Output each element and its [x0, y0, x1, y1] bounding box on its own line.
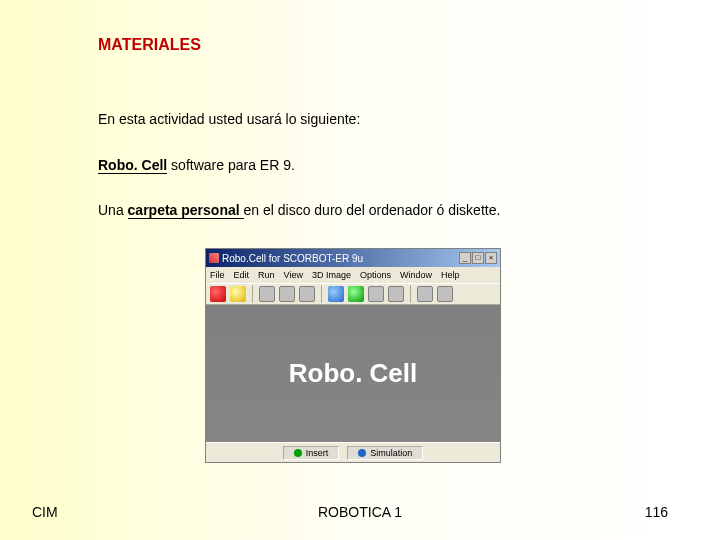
status-simulation: Simulation	[347, 446, 423, 460]
stop-icon[interactable]	[210, 286, 226, 302]
tool-button-5[interactable]	[348, 286, 364, 302]
footer-left: CIM	[32, 504, 58, 520]
footer-center: ROBOTICA 1	[318, 504, 402, 520]
menu-options[interactable]: Options	[360, 270, 391, 280]
status-insert-label: Insert	[306, 448, 329, 458]
close-button[interactable]: ×	[485, 252, 497, 264]
menu-edit[interactable]: Edit	[234, 270, 250, 280]
menu-view[interactable]: View	[284, 270, 303, 280]
window-controls: _ □ ×	[459, 252, 497, 264]
blue-dot-icon	[358, 449, 366, 457]
titlebar: Robo.Cell for SCORBOT-ER 9u _ □ ×	[206, 249, 500, 267]
status-sim-label: Simulation	[370, 448, 412, 458]
pause-icon[interactable]	[230, 286, 246, 302]
robocell-desc: software para ER 9.	[167, 157, 295, 173]
materials-line-2: Una carpeta personal en el disco duro de…	[98, 202, 500, 218]
tool-button-9[interactable]	[437, 286, 453, 302]
slide-footer: CIM ROBOTICA 1 116	[0, 504, 720, 520]
menu-run[interactable]: Run	[258, 270, 275, 280]
footer-right: 116	[645, 504, 668, 520]
green-dot-icon	[294, 449, 302, 457]
menu-help[interactable]: Help	[441, 270, 460, 280]
robocell-name: Robo. Cell	[98, 157, 167, 174]
menubar: File Edit Run View 3D Image Options Wind…	[206, 267, 500, 283]
line3-rest: en el disco duro del ordenador ó diskett…	[244, 202, 501, 218]
tool-button-4[interactable]	[328, 286, 344, 302]
tool-button-8[interactable]	[417, 286, 433, 302]
statusbar: Insert Simulation	[206, 442, 500, 462]
maximize-button[interactable]: □	[472, 252, 484, 264]
menu-window[interactable]: Window	[400, 270, 432, 280]
separator	[252, 285, 253, 303]
intro-text: En esta actividad usted usará lo siguien…	[98, 111, 360, 127]
line3-pre: Una	[98, 202, 128, 218]
tool-button-7[interactable]	[388, 286, 404, 302]
app-icon	[209, 253, 219, 263]
canvas-area: Robo. Cell	[206, 305, 500, 442]
menu-3d[interactable]: 3D Image	[312, 270, 351, 280]
separator	[410, 285, 411, 303]
minimize-button[interactable]: _	[459, 252, 471, 264]
slide-heading: MATERIALES	[98, 36, 201, 54]
tool-button-1[interactable]	[259, 286, 275, 302]
app-window: Robo.Cell for SCORBOT-ER 9u _ □ × File E…	[205, 248, 501, 463]
materials-line-1: Robo. Cell software para ER 9.	[98, 157, 295, 173]
separator	[321, 285, 322, 303]
menu-file[interactable]: File	[210, 270, 225, 280]
tool-button-3[interactable]	[299, 286, 315, 302]
status-insert: Insert	[283, 446, 340, 460]
window-title: Robo.Cell for SCORBOT-ER 9u	[222, 253, 363, 264]
splash-logo: Robo. Cell	[289, 358, 418, 389]
toolbar	[206, 283, 500, 305]
tool-button-2[interactable]	[279, 286, 295, 302]
tool-button-6[interactable]	[368, 286, 384, 302]
personal-folder: carpeta personal	[128, 202, 244, 219]
